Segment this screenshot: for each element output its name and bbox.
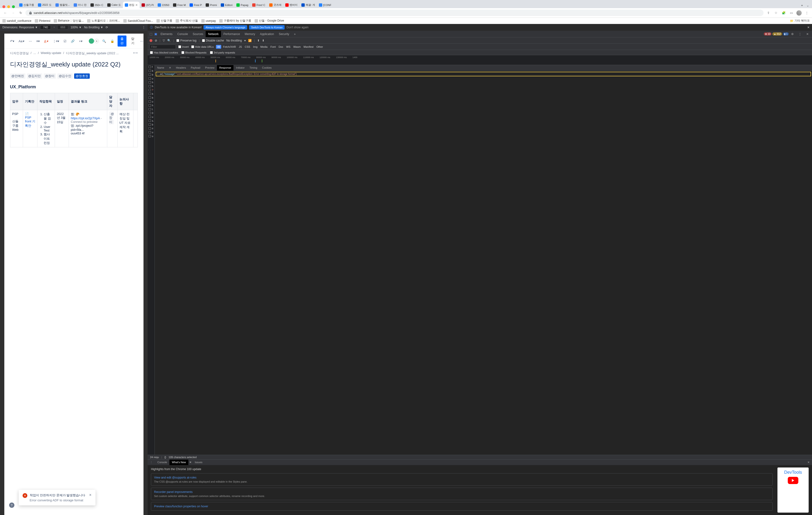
filter-type-chip[interactable]: Font — [269, 45, 277, 49]
filter-type-chip[interactable]: Doc — [278, 45, 285, 49]
bookmark-item[interactable]: 주식회사 산돌 — [176, 19, 198, 23]
request-item[interactable]: h — [148, 80, 154, 84]
browser-tab[interactable]: 텐바이 — [283, 2, 299, 8]
more-formatting-button[interactable]: ⋯ — [28, 39, 33, 44]
hide-data-urls-checkbox[interactable]: Hide data URLs — [191, 45, 214, 48]
request-item[interactable]: b — [148, 123, 154, 126]
bookmark-item[interactable]: sandoll_confluence — [2, 19, 31, 23]
publish-button[interactable]: 출판 — [118, 35, 126, 47]
browser-tab[interactable]: 편집✕ — [123, 2, 140, 8]
filter-input[interactable] — [149, 45, 176, 49]
close-window-button[interactable] — [2, 5, 5, 8]
text-style-button[interactable]: Aa▾ — [18, 39, 26, 44]
filter-type-chip[interactable]: Img — [252, 45, 259, 49]
align-button[interactable]: ≡▾ — [35, 39, 41, 44]
bookmark-item[interactable]: 산돌 - Google Drive — [255, 19, 284, 23]
disable-cache-checkbox[interactable]: Disable cache — [202, 39, 224, 42]
device-zoom-dropdown[interactable]: 100% ▼ — [70, 26, 82, 29]
request-item[interactable]: f — [148, 65, 154, 69]
bookmark-folder-other[interactable]: 📁 기타 북마크 — [790, 19, 810, 23]
mention[interactable]: @김수인 — [57, 74, 73, 79]
throttle-caret-icon[interactable]: ▾ — [244, 39, 246, 42]
bookmark-item[interactable]: 노트폴리오 :: 크리에... — [87, 19, 120, 23]
filter-type-chip[interactable]: CSS — [243, 45, 252, 49]
chrome-menu-button[interactable]: ⋮ — [804, 10, 810, 16]
tab-dropdown-button[interactable]: ⌄ — [805, 2, 811, 8]
request-item[interactable]: h — [148, 84, 154, 88]
filter-type-chip[interactable]: JS — [237, 45, 243, 49]
reload-button[interactable]: ↻ — [18, 10, 24, 16]
invite-button[interactable]: + — [94, 39, 99, 43]
devtools-tab[interactable]: Network — [206, 31, 221, 37]
content-table[interactable]: 업무기획안작업항목일정결과물 링크담당자논의사항 PSP산돌구름 Web 📄 P… — [10, 93, 138, 147]
dismiss-banner-link[interactable]: Don't show again — [287, 26, 309, 29]
assignee-mention[interactable]: @장미 — [109, 112, 114, 124]
response-tab[interactable]: Headers — [173, 65, 188, 70]
browser-tab[interactable]: Cake 도 — [105, 2, 123, 8]
browser-tab[interactable]: Premi — [204, 2, 219, 8]
browser-tab[interactable]: 굿즈애 — [267, 2, 283, 8]
response-body[interactable]: 1 .se},"message":"com.atlassian.confluen… — [155, 71, 812, 455]
more-tabs-icon[interactable]: » — [292, 31, 298, 37]
response-tab[interactable]: Response — [217, 65, 234, 70]
invert-checkbox[interactable]: Invert — [178, 45, 189, 48]
record-button[interactable] — [149, 39, 152, 42]
request-item[interactable]: b — [148, 92, 154, 96]
network-conditions-icon[interactable]: 📶 — [248, 39, 252, 42]
request-item[interactable]: s. — [148, 119, 154, 123]
switch-language-button[interactable]: Switch DevTools to Korean — [249, 25, 284, 30]
request-item[interactable]: ri — [148, 126, 154, 130]
request-item[interactable]: 0 — [148, 111, 154, 115]
undo-button[interactable]: ↶▾ — [9, 39, 16, 44]
issue-badges[interactable]: ⊗ 10 ▲ 312 ▮ 1 — [764, 32, 789, 35]
browser-tab[interactable]: [CONF — [317, 2, 333, 8]
breadcrumb-item[interactable]: 디자인경영실 — [10, 51, 29, 55]
restrictions-button[interactable]: 🔒 — [109, 39, 115, 44]
whats-new-card[interactable]: Preview class/function properties on hov… — [151, 502, 773, 511]
filter-type-chip[interactable]: Wasm — [292, 45, 302, 49]
rotate-icon[interactable]: ⟳ — [106, 26, 108, 29]
plan-link[interactable]: PSP front 기획안 — [25, 116, 35, 127]
browser-tab[interactable]: Free M — [171, 2, 187, 8]
mention[interactable]: @장미 — [44, 74, 56, 79]
dimensions-dropdown[interactable]: Dimensions: Responsive ▼ — [2, 26, 38, 29]
request-item[interactable]: b — [148, 96, 154, 99]
response-tab[interactable]: Timing — [247, 65, 260, 70]
filter-type-chip[interactable]: Fetch/XHR — [222, 45, 237, 49]
browser-tab[interactable]: Free P — [187, 2, 204, 8]
page-title[interactable]: 디자인경영실_weekly update (2022 Q2) — [10, 60, 138, 69]
network-option-checkbox[interactable]: Blocked Requests — [181, 51, 207, 54]
back-button[interactable]: ← — [2, 10, 8, 16]
response-tab[interactable]: Preview — [203, 65, 217, 70]
bookmark-item[interactable]: userpay — [201, 19, 216, 23]
bookmark-item[interactable]: Behance :: 당신을... — [54, 19, 84, 23]
devtools-tab[interactable]: Application — [258, 31, 277, 37]
request-item[interactable]: u — [148, 134, 154, 138]
zeplin-link[interactable]: https://zpl.io/2jz7XpA — [71, 116, 100, 120]
insert-button[interactable]: +▾ — [78, 39, 84, 44]
breadcrumb-item[interactable]: 디자인경영실_weekly update (2022 ... — [66, 51, 119, 55]
filter-type-chip[interactable]: Media — [259, 45, 269, 49]
mention[interactable]: @김지민 — [27, 74, 42, 79]
device-width-input[interactable] — [40, 25, 51, 30]
network-option-checkbox[interactable]: 3rd-party requests — [210, 51, 235, 54]
forward-button[interactable]: → — [10, 10, 16, 16]
bookmark-item[interactable]: 구름레터 by 산돌구름 — [219, 19, 251, 23]
devtools-settings-icon[interactable]: ⚙ — [789, 31, 796, 37]
device-more-icon[interactable]: ⋮ — [142, 26, 145, 29]
devtools-menu-icon[interactable]: ⋮ — [796, 31, 804, 37]
breadcrumb-item[interactable]: Weekly update — [41, 51, 61, 55]
response-tab[interactable]: Payload — [188, 65, 203, 70]
request-item[interactable]: b — [148, 73, 154, 77]
clear-button[interactable]: ⊘ — [155, 39, 157, 42]
devtools-tab[interactable]: Sources — [190, 31, 206, 37]
request-item[interactable]: u — [148, 99, 154, 104]
request-item[interactable]: t. — [148, 107, 154, 111]
inspect-element-icon[interactable]: ⬚ — [148, 32, 153, 36]
browser-tab[interactable]: 템플릿... — [54, 2, 72, 8]
export-har-icon[interactable]: ⬇ — [262, 39, 264, 42]
whats-new-card[interactable]: Recorder panel improvementsSet custom se… — [151, 488, 773, 500]
request-item[interactable]: ? — [148, 88, 154, 92]
section-heading[interactable]: UX_Platform — [10, 84, 138, 89]
match-language-button[interactable]: Always match Chrome's language — [203, 25, 247, 30]
